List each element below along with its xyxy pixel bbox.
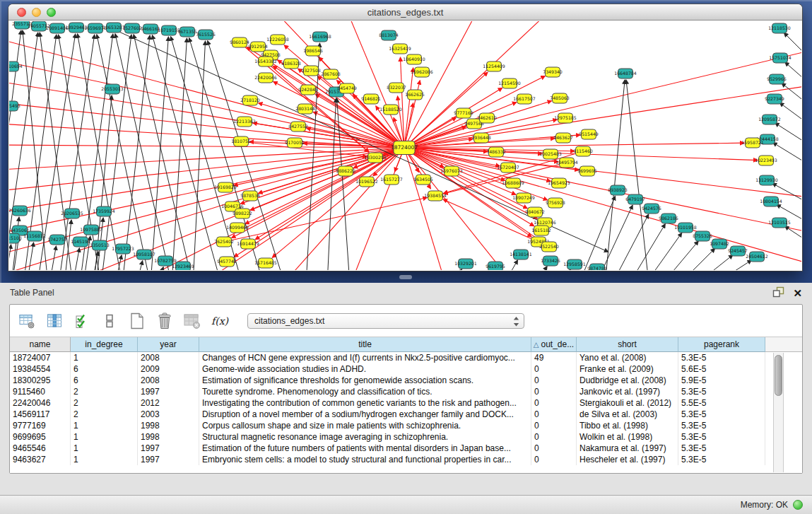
graph-node[interactable]: 9515449 xyxy=(579,129,599,139)
graph-node[interactable]: 8322037 xyxy=(387,83,406,93)
hub-graph-node[interactable]: 18724007 xyxy=(391,141,418,155)
delete-columns-icon[interactable] xyxy=(155,311,175,331)
table-cell[interactable]: 18724007 xyxy=(10,352,71,363)
table-cell[interactable]: 5.3E-5 xyxy=(678,443,765,454)
table-cell[interactable]: 9115460 xyxy=(10,386,71,397)
table-row[interactable]: 1872400712008Changes of HCN gene express… xyxy=(10,352,802,363)
create-column-icon[interactable] xyxy=(127,311,147,331)
graph-node[interactable]: 2803144 xyxy=(295,104,315,114)
graph-node[interactable]: 16616968 xyxy=(309,32,331,42)
graph-node[interactable]: 9777169 xyxy=(454,108,473,118)
table-cell[interactable]: 2 xyxy=(71,409,138,420)
table-cell[interactable]: 1 xyxy=(71,352,138,363)
table-cell[interactable]: 5.9E-5 xyxy=(678,375,765,386)
graph-node[interactable]: 2867608 xyxy=(321,69,341,79)
table-row[interactable]: 911546021997Tourette syndrome. Phenomeno… xyxy=(10,386,802,397)
graph-node[interactable]: 9898222 xyxy=(233,209,252,218)
zoom-window-icon[interactable] xyxy=(47,8,56,17)
column-header-in-degree[interactable]: in_degree xyxy=(71,337,138,352)
table-cell[interactable]: 5.3E-5 xyxy=(678,431,765,443)
graph-node[interactable]: 5878534 xyxy=(240,191,260,201)
graph-node[interactable]: 1615182 xyxy=(531,226,551,235)
close-panel-icon[interactable]: ✕ xyxy=(793,287,802,300)
table-cell[interactable]: 2008 xyxy=(138,375,199,386)
graph-node[interactable]: 7486332 xyxy=(486,147,506,157)
table-cell[interactable]: 0 xyxy=(531,454,577,465)
table-cell[interactable]: 5.5E-5 xyxy=(678,397,765,409)
graph-node[interactable]: 9874789 xyxy=(587,264,607,270)
graph-node[interactable]: 11254409 xyxy=(483,62,505,71)
float-panel-icon[interactable] xyxy=(772,286,784,300)
graph-node[interactable]: 8938923 xyxy=(608,185,628,195)
table-cell[interactable]: 2 xyxy=(71,386,138,397)
table-cell[interactable]: 0 xyxy=(531,397,577,409)
graph-node[interactable]: 9463627 xyxy=(553,133,573,143)
graph-node[interactable]: 10223493 xyxy=(755,156,777,165)
table-cell[interactable]: Tourette syndrome. Phenomenology and cla… xyxy=(199,386,531,397)
graph-node[interactable]: 10329201 xyxy=(454,259,477,269)
network-window[interactable]: citations_edges.txt 23557101405571220891… xyxy=(8,4,802,271)
graph-node[interactable]: 8813074 xyxy=(379,30,399,40)
graph-node[interactable]: 1662625 xyxy=(405,90,425,100)
graph-node[interactable]: 1986546 xyxy=(303,46,323,56)
table-cell[interactable]: Wolkin et al. (1998) xyxy=(577,431,678,443)
graph-node[interactable]: 12226058 xyxy=(266,35,289,45)
table-cell[interactable]: 49 xyxy=(531,352,577,363)
graph-node[interactable]: 16962086 xyxy=(411,67,433,77)
graph-node[interactable]: 1733426 xyxy=(541,256,560,266)
table-cell[interactable]: 14569117 xyxy=(10,409,71,420)
citation-network-graph[interactable]: 2355710140557122089140618929463165969701… xyxy=(9,21,801,270)
column-header-short[interactable]: short xyxy=(577,337,678,352)
graph-node[interactable]: 8186328 xyxy=(281,59,301,69)
table-cell[interactable]: 0 xyxy=(531,409,577,420)
table-cell[interactable]: 6 xyxy=(71,375,138,386)
function-builder-icon[interactable]: f(x) xyxy=(210,311,230,331)
table-cell[interactable]: 0 xyxy=(531,363,577,375)
graph-node[interactable]: 9245457 xyxy=(728,246,748,256)
table-cell[interactable]: 5.3E-5 xyxy=(678,420,765,431)
table-cell[interactable]: Investigating the contribution of common… xyxy=(199,397,531,409)
show-columns-icon[interactable] xyxy=(45,311,64,331)
graph-node[interactable]: 6479197 xyxy=(625,194,645,204)
graph-node[interactable]: 9619795 xyxy=(486,262,505,270)
table-cell[interactable]: Estimation of significance thresholds fo… xyxy=(199,375,531,386)
table-cell[interactable]: 9699695 xyxy=(10,431,71,443)
graph-node[interactable]: 12103515 xyxy=(768,218,791,228)
table-cell[interactable]: 1 xyxy=(71,454,138,465)
graph-node[interactable]: 10688609 xyxy=(502,178,524,188)
table-row[interactable]: 2242004622012Investigating the contribut… xyxy=(10,397,802,409)
table-cell[interactable]: Nakamura et al. (1997) xyxy=(577,443,678,454)
graph-node[interactable]: 20610694 xyxy=(9,62,23,71)
graph-node[interactable]: 7485063 xyxy=(550,93,570,103)
graph-node[interactable]: 24504612 xyxy=(746,252,768,262)
graph-node[interactable]: 9886220 xyxy=(336,166,355,176)
table-cell[interactable]: Disruption of a novel member of a sodium… xyxy=(199,409,531,420)
graph-node[interactable]: 16325419 xyxy=(389,44,411,54)
graph-node[interactable]: 9227349 xyxy=(765,94,784,104)
table-row[interactable]: 946554611997Estimation of the future num… xyxy=(10,443,802,454)
graph-node[interactable]: 10653287 xyxy=(102,23,125,33)
graph-node[interactable]: 2718120 xyxy=(240,95,260,105)
table-cell[interactable]: Estimation of the future numbers of pati… xyxy=(199,443,531,454)
close-window-icon[interactable] xyxy=(17,8,26,17)
graph-node[interactable]: 9170052 xyxy=(285,138,305,148)
table-cell[interactable]: 0 xyxy=(531,443,577,454)
graph-node[interactable]: 7462610 xyxy=(477,113,497,123)
delete-table-icon[interactable] xyxy=(182,311,202,331)
graph-node[interactable]: 2522540 xyxy=(539,242,559,252)
scrollbar-thumb[interactable] xyxy=(775,355,782,396)
table-row[interactable]: 946362711997Embryonic stem cells: a mode… xyxy=(10,454,802,465)
table-cell[interactable]: 2009 xyxy=(138,363,199,375)
table-cell[interactable]: 0 xyxy=(531,375,577,386)
table-cell[interactable]: 5.3E-5 xyxy=(678,454,765,465)
graph-node[interactable]: 8755326 xyxy=(693,231,712,241)
graph-node[interactable]: 12118530 xyxy=(768,23,791,33)
graph-node[interactable]: 2936448 xyxy=(471,133,491,143)
table-cell[interactable]: 19384554 xyxy=(10,363,71,375)
graph-node[interactable]: 13129930 xyxy=(755,175,778,185)
column-header-out-de-[interactable]: △out_de... xyxy=(531,337,577,352)
table-cell[interactable]: 2 xyxy=(71,397,138,409)
graph-node[interactable]: 1742757 xyxy=(47,235,67,245)
graph-node[interactable]: 1097482 xyxy=(710,239,729,249)
graph-node[interactable]: 12154590 xyxy=(498,78,521,88)
